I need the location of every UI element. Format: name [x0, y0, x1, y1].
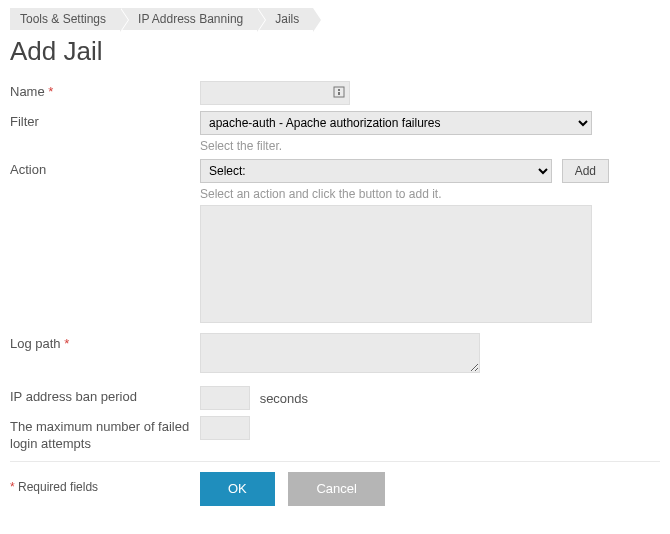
ban-period-label: IP address ban period	[10, 386, 200, 406]
action-hint: Select an action and click the button to…	[200, 187, 660, 201]
max-attempts-input[interactable]	[200, 416, 250, 440]
breadcrumb: Tools & Settings IP Address Banning Jail…	[10, 8, 660, 30]
add-action-button[interactable]: Add	[562, 159, 609, 183]
breadcrumb-ip-address-banning[interactable]: IP Address Banning	[120, 8, 257, 30]
filter-label: Filter	[10, 111, 200, 131]
action-select[interactable]: Select:	[200, 159, 552, 183]
name-label: Name *	[10, 81, 200, 101]
logpath-label: Log path *	[10, 333, 200, 353]
breadcrumb-tools-settings[interactable]: Tools & Settings	[10, 8, 120, 30]
form-field-icon	[332, 85, 346, 99]
action-label: Action	[10, 159, 200, 179]
name-input[interactable]	[200, 81, 350, 105]
ban-period-unit: seconds	[260, 391, 308, 406]
required-fields-note: * Required fields	[10, 472, 200, 494]
cancel-button[interactable]: Cancel	[288, 472, 384, 506]
actions-list-area	[200, 205, 592, 323]
logpath-input[interactable]	[200, 333, 480, 373]
ok-button[interactable]: OK	[200, 472, 275, 506]
filter-select[interactable]: apache-auth - Apache authorization failu…	[200, 111, 592, 135]
ban-period-input[interactable]	[200, 386, 250, 410]
svg-rect-2	[338, 92, 340, 95]
filter-hint: Select the filter.	[200, 139, 660, 153]
max-attempts-label: The maximum number of failed login attem…	[10, 416, 200, 453]
svg-rect-1	[338, 89, 340, 91]
page-title: Add Jail	[10, 36, 660, 67]
divider	[10, 461, 660, 462]
